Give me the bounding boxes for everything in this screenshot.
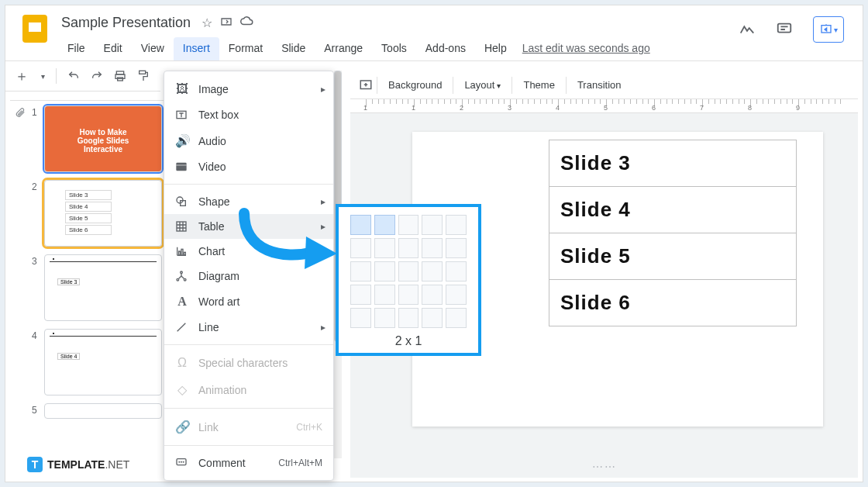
svg-rect-11 (179, 251, 181, 255)
present-button[interactable]: ▾ (813, 16, 844, 43)
annotation-arrow-icon (236, 206, 345, 275)
insert-dropdown: 🖼Image Text box 🔊Audio Video Shape Table… (164, 71, 334, 481)
theme-button[interactable]: Theme (512, 74, 565, 95)
insert-video[interactable]: Video (164, 154, 333, 179)
table-dims-label: 2 x 1 (346, 334, 470, 348)
comment-icon (175, 457, 189, 469)
document-title[interactable]: Sample Presentation (58, 12, 194, 34)
slide-thumbnail-1[interactable]: How to Make Google Slides Interactive (44, 105, 162, 172)
menu-format[interactable]: Format (219, 37, 272, 60)
table-size-popup: 2 x 1 (336, 204, 481, 356)
thumb-num-4: 4 (32, 329, 40, 395)
animation-icon: ◇ (175, 382, 189, 397)
slide-panel: 1 How to Make Google Slides Interactive … (10, 100, 165, 477)
activity-icon[interactable] (739, 21, 756, 38)
menu-insert[interactable]: Insert (174, 37, 219, 60)
insert-audio[interactable]: 🔊Audio (164, 127, 333, 154)
thumb-num-2: 2 (32, 180, 40, 247)
menu-tools[interactable]: Tools (372, 37, 416, 60)
chart-icon (175, 245, 189, 257)
print-icon[interactable] (114, 70, 126, 82)
table-icon (175, 220, 189, 233)
special-chars-icon: Ω (175, 356, 189, 370)
paint-format-icon[interactable] (137, 70, 150, 82)
table-row[interactable]: Slide 3 (549, 140, 796, 187)
app-window: Sample Presentation ☆ File Edit View Ins… (5, 5, 863, 482)
thumb-num-3: 3 (32, 254, 40, 321)
menubar: File Edit View Insert Format Slide Arran… (58, 37, 739, 60)
watermark: T TEMPLATE.NET (27, 457, 129, 472)
menu-arrange[interactable]: Arrange (315, 37, 372, 60)
last-edit-link[interactable]: Last edit was seconds ago (522, 37, 650, 60)
svg-rect-5 (140, 71, 146, 74)
table-row[interactable]: Slide 6 (549, 280, 796, 326)
svg-rect-10 (177, 222, 186, 231)
insert-comment[interactable]: CommentCtrl+Alt+M (164, 451, 333, 475)
canvas-table[interactable]: Slide 3 Slide 4 Slide 5 Slide 6 (549, 140, 797, 326)
insert-image[interactable]: 🖼Image (164, 76, 333, 102)
move-icon[interactable] (220, 16, 232, 30)
star-icon[interactable]: ☆ (202, 16, 212, 30)
svg-point-14 (181, 271, 183, 274)
svg-point-15 (177, 278, 179, 281)
svg-rect-0 (778, 24, 791, 33)
insert-link: 🔗LinkCtrl+K (164, 413, 333, 440)
line-icon (175, 321, 189, 333)
slides-logo-icon (19, 13, 50, 44)
add-comment-icon[interactable] (355, 78, 377, 92)
redo-icon[interactable] (91, 70, 103, 82)
left-toolbar: ＋▾ (5, 61, 160, 92)
table-row[interactable]: Slide 5 (549, 233, 796, 280)
menu-file[interactable]: File (58, 37, 95, 60)
slide-thumbnail-4[interactable]: Slide 4 (44, 329, 162, 395)
undo-icon[interactable] (67, 70, 80, 82)
menu-slide[interactable]: Slide (272, 37, 315, 60)
layout-button[interactable]: Layout▾ (453, 74, 512, 95)
link-icon: 🔗 (175, 420, 189, 434)
svg-rect-7 (176, 163, 186, 171)
attachment-icon[interactable] (15, 107, 26, 118)
menu-edit[interactable]: Edit (95, 37, 132, 60)
insert-wordart[interactable]: AWord art (164, 288, 333, 315)
insert-line[interactable]: Line (164, 315, 333, 340)
comments-icon[interactable] (776, 21, 793, 38)
image-icon: 🖼 (175, 82, 189, 96)
slide-thumbnail-3[interactable]: Slide 3 (44, 254, 162, 321)
notes-handle-icon[interactable]: ⋯⋯ (592, 461, 617, 473)
transition-button[interactable]: Transition (567, 74, 632, 95)
insert-special-chars: ΩSpecial characters (164, 350, 333, 376)
app-header: Sample Presentation ☆ File Edit View Ins… (5, 5, 863, 60)
cloud-status-icon[interactable] (240, 16, 254, 30)
table-size-grid[interactable] (350, 215, 467, 328)
table-row[interactable]: Slide 4 (549, 187, 796, 233)
canvas-toolbar: Background Layout▾ Theme Transition (350, 71, 858, 99)
thumb-num-1: 1 (32, 105, 40, 172)
slide-thumbnail-2[interactable]: Slide 3 Slide 4 Slide 5 Slide 6 (44, 180, 162, 247)
menu-addons[interactable]: Add-ons (416, 37, 475, 60)
menu-view[interactable]: View (132, 37, 174, 60)
diagram-icon (175, 270, 189, 282)
thumb-num-5: 5 (32, 403, 40, 419)
shape-icon (175, 195, 189, 208)
horizontal-ruler: 1123456789 (350, 99, 858, 113)
slide-thumbnail-5[interactable] (44, 403, 162, 419)
wordart-icon: A (175, 295, 189, 309)
menu-help[interactable]: Help (475, 37, 516, 60)
svg-rect-12 (181, 249, 183, 255)
svg-rect-13 (184, 252, 185, 255)
insert-animation: ◇Animation (164, 376, 333, 403)
audio-icon: 🔊 (175, 133, 189, 148)
new-slide-button[interactable]: ＋ (13, 67, 30, 85)
video-icon (175, 161, 189, 172)
textbox-icon (175, 109, 189, 121)
watermark-logo-icon: T (27, 457, 43, 472)
svg-point-16 (184, 278, 186, 281)
background-button[interactable]: Background (377, 74, 453, 95)
insert-textbox[interactable]: Text box (164, 102, 333, 127)
